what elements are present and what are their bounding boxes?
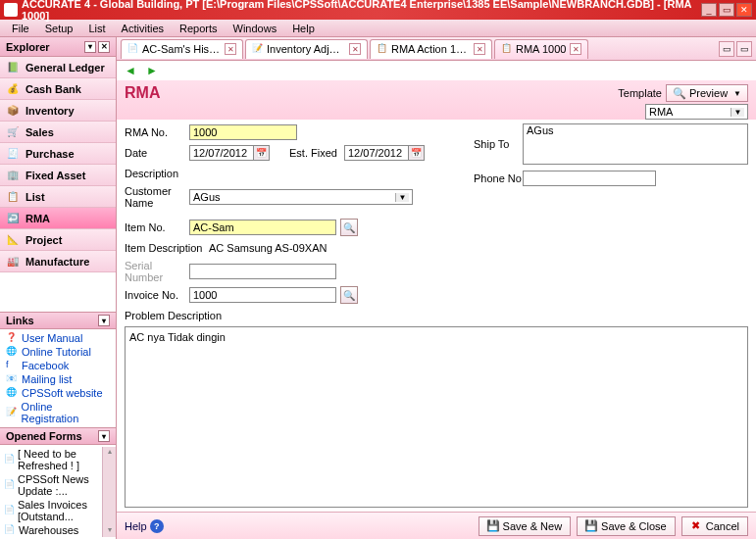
nav-item-general-ledger[interactable]: 📗General Ledger (0, 57, 116, 78)
item-desc-label: Item Description (125, 242, 209, 254)
links-header[interactable]: Links ▾ (0, 312, 116, 329)
item-desc-value: AC Samsung AS-09XAN (209, 242, 327, 254)
nav-icon: 🏢 (6, 169, 20, 182)
opened-form-item[interactable]: 📄Warehouses (0, 523, 102, 537)
est-fixed-picker-icon[interactable]: 📅 (409, 145, 425, 161)
nav-section: 📗General Ledger💰Cash Bank📦Inventory🛒Sale… (0, 57, 116, 272)
app-icon (4, 3, 18, 17)
nav-icon: 🛒 (6, 125, 20, 139)
menu-reports[interactable]: Reports (172, 21, 226, 36)
link-online-tutorial[interactable]: 🌐Online Tutorial (0, 345, 116, 359)
link-cpssoft-website[interactable]: 🌐CPSSoft website (0, 386, 116, 400)
date-picker-icon[interactable]: 📅 (254, 145, 270, 161)
serial-input[interactable] (189, 264, 336, 279)
tab-tool-1[interactable]: ▭ (719, 41, 734, 57)
invoice-lookup-button[interactable]: 🔍 (340, 286, 358, 304)
opened-form-item[interactable]: 📄CPSSoft News Update :... (0, 472, 102, 498)
date-label: Date (125, 147, 189, 159)
customer-name-label: Customer Name (125, 185, 189, 209)
menu-help[interactable]: Help (284, 21, 323, 36)
tab-rma-1000[interactable]: 📋RMA 1000✕ (494, 39, 588, 59)
nav-item-rma[interactable]: ↩️RMA (0, 208, 116, 229)
tab-rma-action-1000[interactable]: 📋RMA Action 1000✕ (370, 39, 492, 59)
links-collapse-icon[interactable]: ▾ (98, 315, 110, 326)
menu-setup[interactable]: Setup (37, 21, 81, 36)
nav-icon: 📋 (6, 190, 20, 204)
preview-button[interactable]: 🔍 Preview ▼ (666, 84, 748, 102)
nav-icon: 📐 (6, 233, 20, 247)
link-icon: f (6, 360, 18, 371)
date-input[interactable] (189, 145, 254, 161)
nav-item-purchase[interactable]: 🧾Purchase (0, 143, 116, 165)
maximize-button[interactable]: ▭ (719, 3, 734, 17)
nav-item-inventory[interactable]: 📦Inventory (0, 100, 116, 122)
link-user-manual[interactable]: ❓User Manual (0, 331, 116, 345)
invoice-no-input[interactable] (189, 287, 336, 303)
link-online-registration[interactable]: 📝Online Registration (0, 400, 116, 425)
tab-ac-sam-s-history[interactable]: 📄AC-Sam's History✕ (121, 39, 243, 59)
menu-list[interactable]: List (80, 21, 113, 36)
explorer-close-button[interactable]: ✕ (98, 41, 110, 53)
minimize-button[interactable]: _ (701, 3, 717, 17)
disk-icon: 💾 (585, 520, 597, 532)
rma-no-input[interactable] (189, 124, 297, 140)
tab-close-icon[interactable]: ✕ (349, 43, 361, 55)
explorer-collapse-button[interactable]: ▾ (84, 41, 96, 53)
close-button[interactable]: ✕ (736, 3, 752, 17)
dropdown-icon[interactable]: ▼ (731, 108, 744, 117)
help-button[interactable]: Help ? (125, 519, 164, 533)
tab-close-icon[interactable]: ✕ (474, 43, 485, 55)
nav-back-icon[interactable]: ◄ (123, 63, 138, 78)
nav-item-cash-bank[interactable]: 💰Cash Bank (0, 78, 116, 100)
nav-item-sales[interactable]: 🛒Sales (0, 122, 116, 143)
title-bar: ACCURATE 4 - Global Building, PT [E:\Pro… (0, 0, 756, 20)
save-new-button[interactable]: 💾 Save & New (479, 516, 572, 536)
link-icon: 📧 (6, 373, 18, 385)
nav-item-manufacture[interactable]: 🏭Manufacture (0, 251, 116, 272)
document-icon: 📄 (4, 479, 15, 491)
opened-forms-header[interactable]: Opened Forms ▾ (0, 427, 116, 445)
item-no-input[interactable] (189, 220, 336, 235)
magnifier-icon: 🔍 (673, 87, 686, 100)
form-title: RMA (125, 84, 160, 102)
help-icon: ? (150, 519, 164, 533)
menu-file[interactable]: File (4, 21, 37, 36)
nav-icon: 🏭 (6, 255, 20, 269)
nav-item-list[interactable]: 📋List (0, 186, 116, 208)
link-icon: 📝 (6, 407, 18, 418)
nav-forward-icon[interactable]: ► (144, 63, 160, 78)
description-label: Description (125, 168, 189, 179)
tab-close-icon[interactable]: ✕ (570, 43, 581, 55)
ship-to-input[interactable] (523, 123, 748, 165)
est-fixed-input[interactable] (344, 145, 409, 161)
link-icon: ❓ (6, 332, 18, 344)
link-mailing-list[interactable]: 📧Mailing list (0, 372, 116, 386)
dropdown-icon[interactable]: ▼ (395, 193, 409, 202)
dropdown-icon: ▼ (733, 89, 741, 98)
nav-icon: 📗 (6, 61, 20, 74)
customer-name-select[interactable]: AGus ▼ (189, 189, 413, 205)
opened-collapse-icon[interactable]: ▾ (98, 430, 110, 442)
tab-inventory-adjustme-[interactable]: 📝Inventory Adjustme...✕ (245, 39, 368, 59)
problem-label: Problem Description (125, 310, 242, 321)
template-select[interactable]: RMA ▼ (645, 104, 748, 120)
phone-no-input[interactable] (523, 171, 656, 186)
template-label: Template (618, 87, 662, 99)
tab-icon: 📄 (127, 43, 139, 55)
nav-item-project[interactable]: 📐Project (0, 229, 116, 251)
nav-item-fixed-asset[interactable]: 🏢Fixed Asset (0, 165, 116, 186)
opened-scrollbar[interactable]: ▴▾ (102, 447, 116, 537)
tab-tool-2[interactable]: ▭ (736, 41, 752, 57)
link-facebook[interactable]: fFacebook (0, 359, 116, 372)
tab-close-icon[interactable]: ✕ (225, 43, 236, 55)
ship-to-label: Ship To (474, 138, 523, 150)
menu-activities[interactable]: Activities (114, 21, 172, 36)
tab-icon: 📋 (377, 43, 388, 55)
problem-description-input[interactable]: AC nya Tidak dingin (125, 326, 748, 508)
save-close-button[interactable]: 💾 Save & Close (577, 516, 676, 536)
menu-windows[interactable]: Windows (226, 21, 285, 36)
item-lookup-button[interactable]: 🔍 (340, 219, 358, 236)
opened-form-item[interactable]: 📄Sales Invoices [Outstand... (0, 498, 102, 523)
opened-form-item[interactable]: 📄[ Need to be Refreshed ! ] (0, 447, 102, 472)
cancel-button[interactable]: ✖ Cancel (681, 516, 748, 536)
